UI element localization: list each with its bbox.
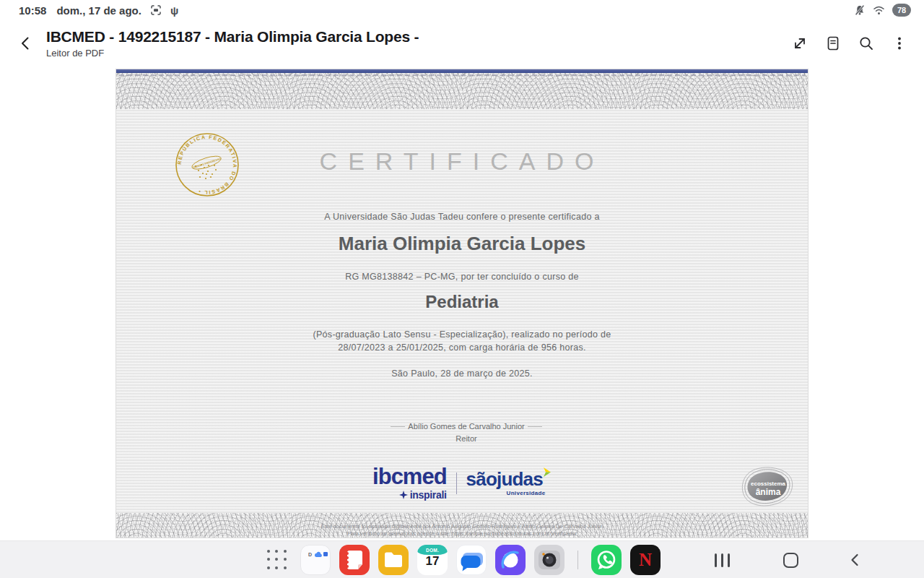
signer-role: Reitor bbox=[391, 434, 542, 443]
recents-button[interactable] bbox=[699, 541, 745, 578]
document-title: IBCMED - 1492215187 - Maria Olimpia Garc… bbox=[46, 28, 419, 46]
my-files-icon[interactable] bbox=[378, 545, 409, 575]
signature-block: Abílio Gomes de Carvalho Junior Reitor bbox=[391, 422, 542, 443]
certificate-intro-line: A Universidade São Judas Tadeu confere o… bbox=[116, 212, 808, 222]
netflix-icon[interactable]: N bbox=[630, 545, 661, 575]
wifi-icon bbox=[873, 5, 885, 16]
document-titles: IBCMED - 1492215187 - Maria Olimpia Garc… bbox=[46, 28, 419, 59]
battery-indicator: 78 bbox=[892, 4, 911, 17]
institution-logos: ibcmed inspirali sãojudas Univer bbox=[116, 465, 808, 501]
inspirali-wordmark: inspirali bbox=[410, 489, 447, 501]
more-menu-icon bbox=[892, 35, 907, 51]
expand-icon bbox=[792, 35, 808, 51]
recipient-name: Maria Olimpia Garcia Lopes bbox=[116, 233, 808, 255]
notes-glyph bbox=[339, 545, 370, 575]
samsung-internet-icon[interactable] bbox=[495, 545, 526, 575]
signature-rule-right bbox=[528, 426, 542, 427]
home-button[interactable] bbox=[767, 541, 814, 578]
pdf-reader-app-bar: IBCMED - 1492215187 - Maria Olimpia Garc… bbox=[0, 20, 924, 66]
camera-glyph bbox=[534, 545, 565, 575]
saojudas-logo: sãojudas Universidade bbox=[466, 470, 552, 496]
certificate-heading: CERTIFICADO bbox=[116, 147, 808, 176]
more-menu-button[interactable] bbox=[886, 30, 912, 56]
status-bar: 10:58 dom., 17 de ago. ψ 78 bbox=[0, 0, 924, 20]
folder-mini-apps: D bbox=[301, 545, 331, 575]
samsung-notes-icon[interactable] bbox=[339, 545, 370, 575]
pdf-viewer-canvas[interactable]: REPÚBLICA FEDERATIVA DO BRASIL • ORDEM E… bbox=[0, 66, 924, 540]
search-icon bbox=[858, 35, 874, 51]
anima-text-line1: ecossistema bbox=[751, 480, 786, 487]
signer-name: Abílio Gomes de Carvalho Junior bbox=[405, 422, 527, 431]
folder-glyph bbox=[378, 545, 409, 575]
calendar-day: 17 bbox=[417, 554, 448, 569]
calendar-icon[interactable]: DOM. 17 bbox=[417, 545, 448, 575]
back-icon bbox=[847, 552, 863, 568]
status-date: dom., 17 de ago. bbox=[56, 4, 141, 17]
certificate-page: REPÚBLICA FEDERATIVA DO BRASIL • ORDEM E… bbox=[116, 69, 808, 538]
mute-icon bbox=[854, 4, 866, 16]
saojudas-subtitle: Universidade bbox=[507, 490, 552, 496]
logo-divider bbox=[456, 473, 457, 494]
clock: 10:58 bbox=[19, 4, 46, 17]
saojudas-wordmark: sãojudas bbox=[466, 470, 543, 488]
whatsapp-glyph bbox=[591, 545, 622, 575]
digital-signature-note-line2: Para verificar as assinaturas acesse o s… bbox=[116, 530, 808, 537]
whatsapp-icon[interactable] bbox=[591, 545, 622, 575]
chat-bubble-glyph bbox=[457, 545, 487, 575]
course-details-line1: (Pós-graduação Lato Sensu - Especializaç… bbox=[116, 329, 808, 340]
search-button[interactable] bbox=[853, 30, 879, 56]
screen-capture-icon bbox=[150, 4, 162, 16]
reader-view-icon bbox=[825, 35, 841, 51]
dock-divider bbox=[578, 551, 578, 569]
ibcmed-logo: ibcmed inspirali bbox=[372, 465, 447, 501]
calendar-weekday: DOM. bbox=[426, 548, 439, 553]
apps-grid-icon[interactable] bbox=[267, 550, 287, 570]
home-icon bbox=[783, 553, 798, 568]
anima-text-line2: ânima bbox=[756, 487, 781, 497]
messages-icon[interactable] bbox=[456, 545, 487, 575]
signature-rule-left bbox=[391, 426, 405, 427]
expand-button[interactable] bbox=[787, 30, 813, 56]
back-chevron-icon bbox=[18, 35, 34, 51]
digital-signature-note-line1: Este documento foi assinado digitalmente… bbox=[116, 523, 808, 530]
app-folder-icon[interactable]: D bbox=[300, 545, 331, 575]
camera-icon[interactable] bbox=[534, 545, 565, 575]
netflix-letter: N bbox=[639, 550, 652, 570]
saojudas-chevron-icon bbox=[544, 467, 552, 478]
guilloche-band-top bbox=[116, 73, 808, 109]
recipient-rg-line: RG MG8138842 – PC-MG, por ter concluído … bbox=[116, 272, 808, 282]
taskbar: D DOM. 17 bbox=[0, 540, 924, 578]
inspirali-plane-icon bbox=[399, 491, 408, 499]
app-name-label: Leitor de PDF bbox=[46, 48, 419, 59]
back-button[interactable] bbox=[9, 26, 43, 61]
ecossistema-anima-badge: ecossistema ânima bbox=[736, 467, 798, 512]
reader-view-button[interactable] bbox=[820, 30, 846, 56]
microtext-row bbox=[119, 74, 805, 76]
ibcmed-wordmark: ibcmed bbox=[372, 465, 447, 488]
place-date-line: São Paulo, 28 de março de 2025. bbox=[116, 368, 808, 379]
planet-glyph bbox=[495, 545, 526, 575]
course-details-line2: 28/07/2023 a 25/01/2025, com carga horár… bbox=[116, 342, 808, 353]
usb-icon: ψ bbox=[170, 4, 178, 17]
course-name: Pediatria bbox=[116, 292, 808, 312]
nav-back-button[interactable] bbox=[832, 541, 879, 578]
svg-text:D: D bbox=[308, 552, 312, 557]
